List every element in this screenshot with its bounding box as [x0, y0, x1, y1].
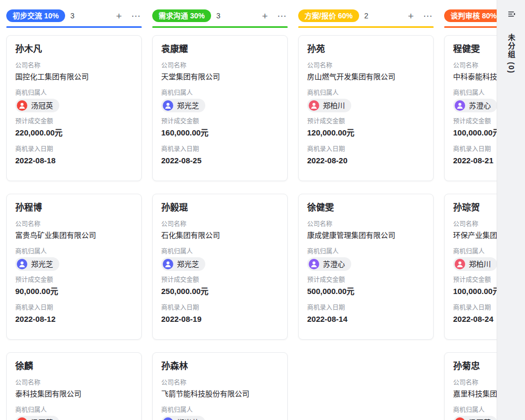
company-name: 泰科技集团有限公司: [15, 388, 133, 399]
date-value: 2022-08-19: [161, 313, 279, 324]
column-color-bar: [6, 26, 142, 28]
card-count: 2: [364, 12, 369, 20]
owner-avatar: [455, 417, 465, 420]
person-icon: [456, 260, 464, 268]
column-header: 初步交流 10%3+⋯: [6, 8, 142, 23]
date-value: 2022-08-18: [15, 155, 133, 166]
owner-field-label: 商机归属人: [161, 405, 279, 415]
column-header-actions: +⋯: [261, 11, 288, 21]
owner-name: 汤冠英: [31, 100, 53, 111]
owner-field-label: 商机归属人: [307, 88, 425, 98]
owner-name: 苏澄心: [469, 100, 491, 111]
opportunity-card[interactable]: 袁康耀公司名称天堂集团有限公司商机归属人郑光芝预计成交金额160,000.00元…: [152, 35, 288, 181]
owner-chip: 苏澄心: [307, 257, 351, 271]
company-name: 天堂集团有限公司: [161, 71, 279, 82]
owner-field-label: 商机归属人: [307, 247, 425, 256]
owner-name: 郑光芝: [31, 259, 53, 269]
owner-avatar: [17, 417, 27, 420]
column-header: 方案/报价 60%2+⋯: [298, 8, 434, 23]
opportunity-card[interactable]: 孙森林公司名称飞箭节能科技股份有限公司商机归属人郑光芝预计成交金额商机录入日期: [152, 352, 288, 420]
card-title: 徐麟: [15, 360, 133, 373]
owner-name: 郑光芝: [177, 259, 199, 269]
opportunity-card[interactable]: 孙程博公司名称富贵鸟矿业集团有限公司商机归属人郑光芝预计成交金额90,000.0…: [6, 194, 142, 340]
collapse-groups-icon[interactable]: [507, 9, 516, 21]
owner-chip: 汤冠英: [15, 99, 59, 112]
owner-name: 汤冠英: [31, 417, 53, 420]
add-card-button[interactable]: +: [261, 11, 269, 21]
amount-field-label: 预计成交金额: [307, 117, 425, 126]
card-title: 孙森林: [161, 360, 279, 373]
opportunity-card[interactable]: 孙苑公司名称房山燃气开发集团有限公司商机归属人郑柏川预计成交金额120,000.…: [298, 35, 434, 181]
date-field-label: 商机录入日期: [307, 303, 425, 312]
card-list: 孙木凡公司名称国控化工集团有限公司商机归属人汤冠英预计成交金额220,000.0…: [6, 35, 142, 420]
card-title: 孙毅琨: [161, 202, 279, 214]
owner-name: 汤冠英: [469, 417, 491, 420]
card-title: 孙木凡: [15, 43, 133, 56]
column-more-button[interactable]: ⋯: [130, 11, 142, 21]
person-icon: [310, 260, 318, 268]
add-card-button[interactable]: +: [115, 11, 123, 21]
company-field-label: 公司名称: [15, 378, 133, 387]
owner-field-label: 商机归属人: [161, 247, 279, 256]
owner-name: 郑光芝: [177, 417, 199, 420]
company-field-label: 公司名称: [161, 378, 279, 387]
company-field-label: 公司名称: [15, 219, 133, 229]
ungrouped-label: 未分组 (0): [506, 34, 517, 74]
date-value: 2022-08-12: [15, 313, 133, 324]
owner-chip: 郑光芝: [161, 257, 205, 271]
kanban-view: 初步交流 10%3+⋯孙木凡公司名称国控化工集团有限公司商机归属人汤冠英预计成交…: [0, 0, 525, 420]
opportunity-card[interactable]: 徐麟公司名称泰科技集团有限公司商机归属人汤冠英预计成交金额商机录入日期: [6, 352, 142, 420]
kanban-board: 初步交流 10%3+⋯孙木凡公司名称国控化工集团有限公司商机归属人汤冠英预计成交…: [0, 0, 525, 420]
owner-chip: 郑光芝: [15, 257, 59, 271]
company-name: 石化集团有限公司: [161, 230, 279, 240]
owner-avatar: [17, 100, 27, 111]
person-icon: [310, 101, 318, 110]
column-more-button[interactable]: ⋯: [276, 11, 288, 21]
column-color-bar: [152, 26, 288, 28]
owner-chip: 郑柏川: [307, 99, 351, 112]
opportunity-card[interactable]: 徐健雯公司名称康成健康管理集团有限公司商机归属人苏澄心预计成交金额500,000…: [298, 194, 434, 340]
card-list: 孙苑公司名称房山燃气开发集团有限公司商机归属人郑柏川预计成交金额120,000.…: [298, 35, 434, 340]
kanban-column-2: 需求沟通 30%3+⋯袁康耀公司名称天堂集团有限公司商机归属人郑光芝预计成交金额…: [152, 8, 288, 420]
owner-avatar: [455, 259, 465, 269]
amount-field-label: 预计成交金额: [307, 275, 425, 285]
card-title: 袁康耀: [161, 43, 279, 56]
date-field-label: 商机录入日期: [161, 144, 279, 154]
owner-field-label: 商机归属人: [161, 88, 279, 98]
card-list: 袁康耀公司名称天堂集团有限公司商机归属人郑光芝预计成交金额160,000.00元…: [152, 35, 288, 420]
card-count: 3: [216, 12, 220, 20]
column-more-button[interactable]: ⋯: [422, 11, 434, 21]
owner-name: 郑柏川: [323, 100, 345, 111]
owner-name: 郑柏川: [469, 259, 491, 269]
column-header-actions: +⋯: [115, 11, 142, 21]
opportunity-card[interactable]: 孙木凡公司名称国控化工集团有限公司商机归属人汤冠英预计成交金额220,000.0…: [6, 35, 142, 181]
owner-field-label: 商机归属人: [15, 88, 133, 98]
company-field-label: 公司名称: [307, 219, 425, 229]
amount-value: 500,000.00元: [307, 286, 425, 297]
company-field-label: 公司名称: [161, 61, 279, 70]
person-icon: [18, 101, 26, 110]
owner-avatar: [163, 259, 173, 269]
person-icon: [164, 260, 172, 268]
owner-field-label: 商机归属人: [15, 247, 133, 256]
amount-field-label: 预计成交金额: [161, 117, 279, 126]
owner-name: 郑光芝: [177, 100, 199, 111]
ungrouped-sidebar[interactable]: 未分组 (0): [497, 0, 525, 420]
owner-chip: 汤冠英: [15, 416, 59, 420]
stage-pill: 方案/报价 60%: [298, 9, 359, 22]
date-value: 2022-08-25: [161, 155, 279, 166]
date-field-label: 商机录入日期: [161, 303, 279, 312]
card-title: 孙苑: [307, 43, 425, 56]
owner-name: 苏澄心: [323, 259, 345, 269]
kanban-column-3: 方案/报价 60%2+⋯孙苑公司名称房山燃气开发集团有限公司商机归属人郑柏川预计…: [298, 8, 434, 420]
company-name: 飞箭节能科技股份有限公司: [161, 388, 279, 399]
amount-value: 120,000.00元: [307, 127, 425, 138]
date-value: 2022-08-20: [307, 155, 425, 166]
amount-field-label: 预计成交金额: [161, 275, 279, 285]
amount-field-label: 预计成交金额: [15, 275, 133, 285]
owner-avatar: [309, 259, 319, 269]
opportunity-card[interactable]: 孙毅琨公司名称石化集团有限公司商机归属人郑光芝预计成交金额250,000.00元…: [152, 194, 288, 340]
add-card-button[interactable]: +: [407, 11, 415, 21]
date-field-label: 商机录入日期: [15, 144, 133, 154]
column-color-bar: [298, 26, 434, 28]
